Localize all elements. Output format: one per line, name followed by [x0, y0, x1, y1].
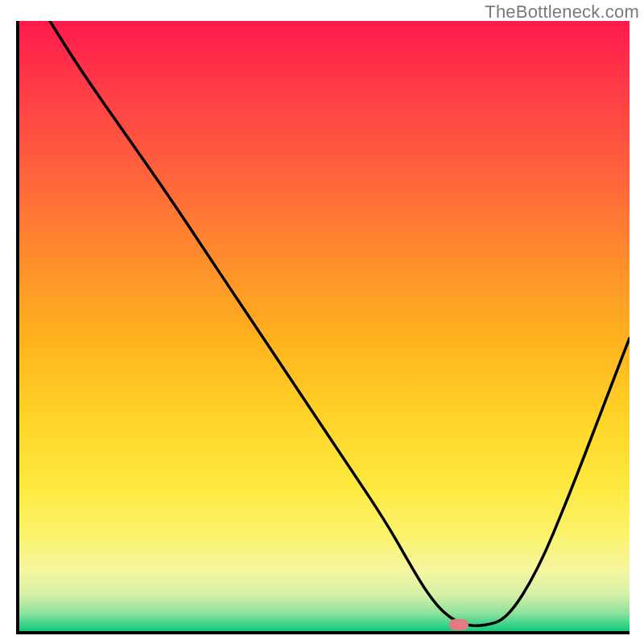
attribution-label: TheBottleneck.com: [485, 2, 639, 23]
chart-frame: TheBottleneck.com: [0, 0, 644, 644]
optimum-marker: [449, 619, 469, 630]
plot-area: [16, 21, 630, 634]
bottleneck-curve: [19, 21, 630, 631]
